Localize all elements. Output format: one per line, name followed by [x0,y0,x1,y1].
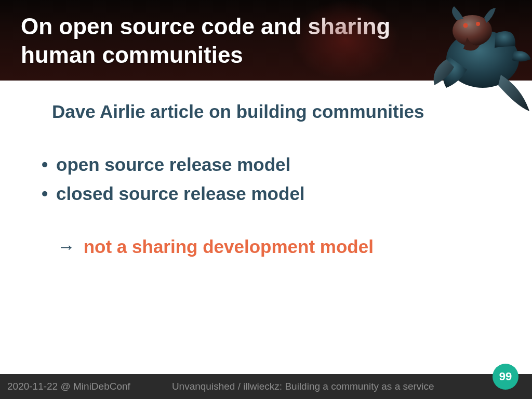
svg-point-3 [476,22,480,26]
conclusion-text: not a sharing development model [84,236,374,257]
footer-date-venue: 2020-11-22 @ MiniDebConf [7,381,130,392]
bullet-list: open source release model closed source … [42,150,496,208]
list-item: open source release model [42,150,496,179]
page-number: 99 [499,370,512,383]
svg-point-1 [453,15,492,46]
svg-point-0 [446,31,519,88]
footer-talk-title: Unvanquished / illwieckz: Building a com… [130,381,482,392]
slide-subtitle: Dave Airlie article on building communit… [52,101,496,122]
slide: On open source code and sharing human co… [0,0,532,399]
slide-header: On open source code and sharing human co… [0,0,532,81]
list-item: closed source release model [42,179,496,208]
svg-point-2 [463,23,468,28]
slide-title: On open source code and sharing human co… [21,12,395,69]
conclusion-line: → not a sharing development model [57,236,496,257]
arrow-icon: → [57,236,75,257]
slide-footer: 2020-11-22 @ MiniDebConf Unvanquished / … [0,374,532,399]
page-number-badge: 99 [493,364,518,390]
slide-body: Dave Airlie article on building communit… [0,81,532,374]
